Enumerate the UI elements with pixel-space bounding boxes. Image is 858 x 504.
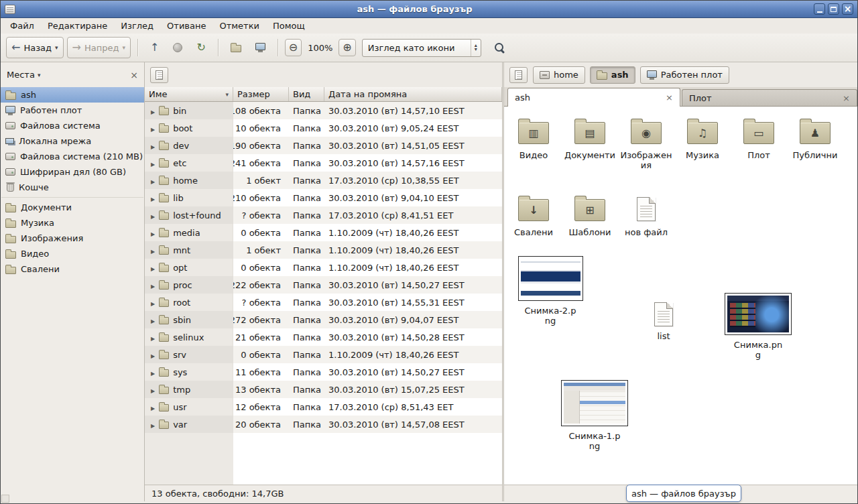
table-row[interactable]: root ? обекта Папка 30.03.2010 (вт) 14,5… bbox=[145, 294, 502, 311]
zoom-in-button[interactable] bbox=[339, 39, 355, 56]
expander-icon[interactable] bbox=[151, 193, 155, 203]
tab-close-icon[interactable] bbox=[660, 92, 673, 103]
menu-item[interactable]: Отиване bbox=[160, 19, 212, 33]
expander-icon[interactable] bbox=[151, 176, 155, 186]
expander-icon[interactable] bbox=[151, 280, 155, 290]
table-row[interactable]: bin 108 обекта Папка 30.03.2010 (вт) 14,… bbox=[145, 102, 502, 119]
column-header-date[interactable]: Дата на промяна bbox=[324, 87, 502, 101]
table-row[interactable]: media 0 обекта Папка 1.10.2009 (чт) 18,4… bbox=[145, 224, 502, 241]
sidebar-item[interactable]: Кошче bbox=[1, 180, 144, 195]
sidebar-item[interactable]: Изображения bbox=[1, 231, 144, 246]
sidebar-item[interactable]: Свалени bbox=[1, 261, 144, 277]
table-row[interactable]: boot 10 обекта Папка 30.03.2010 (вт) 9,0… bbox=[145, 119, 502, 137]
back-dropdown-icon[interactable] bbox=[55, 44, 58, 51]
folder-item[interactable]: нов файл bbox=[618, 190, 674, 237]
pane-toggle-button[interactable] bbox=[150, 67, 168, 83]
table-row[interactable]: sys 11 обекта Папка 30.03.2010 (вт) 14,5… bbox=[145, 363, 502, 381]
maximize-button[interactable] bbox=[828, 3, 839, 15]
home-folder-button[interactable] bbox=[225, 37, 247, 58]
sidebar-item[interactable]: Шифриран дял (80 GB) bbox=[1, 164, 144, 180]
table-row[interactable]: selinux 21 обекта Папка 30.03.2010 (вт) … bbox=[145, 328, 502, 346]
expander-icon[interactable] bbox=[151, 210, 155, 220]
sidebar-close-icon[interactable] bbox=[130, 70, 138, 80]
table-row[interactable]: tmp 13 обекта Папка 30.03.2010 (вт) 15,0… bbox=[145, 381, 502, 398]
tab[interactable]: Плот bbox=[682, 89, 857, 106]
sidebar-item[interactable]: ash bbox=[1, 87, 144, 103]
table-row[interactable]: srv 0 обекта Папка 1.10.2009 (чт) 18,40,… bbox=[145, 346, 502, 363]
menu-item[interactable]: Изглед bbox=[114, 19, 160, 33]
up-button[interactable] bbox=[145, 37, 164, 58]
menu-item[interactable]: Редактиране bbox=[41, 19, 114, 33]
sidebar-dropdown-icon[interactable] bbox=[38, 72, 41, 78]
forward-button[interactable]: Напред bbox=[67, 37, 131, 58]
sidebar-item[interactable]: Видео bbox=[1, 246, 144, 261]
tab-close-icon[interactable] bbox=[837, 93, 850, 103]
sidebar-title[interactable]: Места bbox=[7, 70, 35, 80]
expander-icon[interactable] bbox=[151, 245, 155, 255]
sidebar-item[interactable]: Локална мрежа bbox=[1, 133, 144, 149]
sidebar-item[interactable]: Работен плот bbox=[1, 103, 144, 118]
table-row[interactable]: var 20 обекта Папка 30.03.2010 (вт) 14,5… bbox=[145, 416, 502, 433]
menu-item[interactable]: Помощ bbox=[266, 19, 312, 33]
sidebar-item[interactable]: Файлова система bbox=[1, 118, 144, 133]
close-button[interactable] bbox=[842, 3, 853, 15]
sidebar-item[interactable]: Документи bbox=[1, 200, 144, 215]
folder-item[interactable]: Шаблони bbox=[562, 190, 618, 237]
expander-icon[interactable] bbox=[151, 298, 155, 308]
expander-icon[interactable] bbox=[151, 263, 155, 273]
menu-item[interactable]: Отметки bbox=[212, 19, 265, 33]
back-button[interactable]: Назад bbox=[6, 37, 64, 58]
expander-icon[interactable] bbox=[151, 315, 155, 325]
expander-icon[interactable] bbox=[151, 385, 155, 395]
expander-icon[interactable] bbox=[151, 141, 155, 151]
path-button[interactable]: ash bbox=[590, 66, 635, 84]
table-row[interactable]: dev 190 обекта Папка 30.03.2010 (вт) 14,… bbox=[145, 137, 502, 154]
expander-icon[interactable] bbox=[151, 402, 155, 412]
reload-button[interactable] bbox=[191, 37, 210, 58]
sort-indicator-icon[interactable] bbox=[225, 91, 229, 98]
table-row[interactable]: sbin 272 обекта Папка 30.03.2010 (вт) 9,… bbox=[145, 311, 502, 328]
file-item[interactable]: Снимка-1.png bbox=[558, 380, 631, 451]
table-row[interactable]: lib 210 обекта Папка 30.03.2010 (вт) 9,0… bbox=[145, 189, 502, 206]
sidebar-item[interactable]: Файлова система (210 MB) bbox=[1, 149, 144, 164]
table-row[interactable]: usr 12 обекта Папка 17.03.2010 (ср) 8,51… bbox=[145, 398, 502, 416]
file-item[interactable]: Снимка.png bbox=[721, 293, 795, 360]
path-button[interactable]: Работен плот bbox=[640, 66, 729, 84]
tab[interactable]: ash bbox=[507, 88, 680, 107]
folder-item[interactable]: Видео bbox=[505, 113, 562, 170]
folder-item[interactable]: Музика bbox=[674, 113, 731, 170]
folder-item[interactable]: Свалени bbox=[505, 190, 562, 237]
folder-item[interactable]: Плот bbox=[731, 113, 787, 170]
table-row[interactable]: etc 241 обекта Папка 30.03.2010 (вт) 14,… bbox=[145, 154, 502, 172]
file-item[interactable]: list bbox=[627, 302, 700, 341]
search-button[interactable] bbox=[485, 37, 511, 58]
table-row[interactable]: proc 222 обекта Папка 30.03.2010 (вт) 14… bbox=[145, 276, 502, 294]
expander-icon[interactable] bbox=[151, 367, 155, 377]
minimize-button[interactable] bbox=[814, 3, 825, 15]
expander-icon[interactable] bbox=[151, 420, 155, 430]
expander-icon[interactable] bbox=[151, 228, 155, 238]
sidebar-item[interactable]: Музика bbox=[1, 215, 144, 231]
expander-icon[interactable] bbox=[151, 350, 155, 360]
table-row[interactable]: mnt 1 обект Папка 1.10.2009 (чт) 18,40,2… bbox=[145, 241, 502, 259]
expander-icon[interactable] bbox=[151, 106, 155, 116]
table-row[interactable]: home 1 обект Папка 17.03.2010 (ср) 10,38… bbox=[145, 172, 502, 189]
expander-icon[interactable] bbox=[151, 332, 155, 342]
menu-item[interactable]: Файл bbox=[3, 19, 41, 33]
file-item[interactable]: Снимка-2.png bbox=[513, 256, 587, 326]
folder-item[interactable]: Изображения bbox=[618, 113, 674, 170]
path-button[interactable]: home bbox=[533, 66, 585, 84]
pane-toggle-button[interactable] bbox=[509, 67, 528, 83]
expander-icon[interactable] bbox=[151, 158, 155, 168]
folder-item[interactable]: Документи bbox=[562, 113, 618, 170]
column-header-type[interactable]: Вид bbox=[289, 87, 324, 101]
expander-icon[interactable] bbox=[151, 123, 155, 133]
column-header-size[interactable]: Размер bbox=[233, 87, 289, 101]
table-row[interactable]: opt 0 обекта Папка 1.10.2009 (чт) 18,40,… bbox=[145, 259, 502, 276]
table-row[interactable]: lost+found ? обекта Папка 17.03.2010 (ср… bbox=[145, 206, 502, 224]
zoom-out-button[interactable] bbox=[285, 39, 302, 56]
folder-item[interactable]: Публични bbox=[787, 113, 843, 170]
resize-grip[interactable] bbox=[1, 495, 9, 503]
view-mode-select[interactable]: Изглед като икони bbox=[362, 39, 481, 57]
column-header-name[interactable]: Име bbox=[145, 87, 233, 101]
